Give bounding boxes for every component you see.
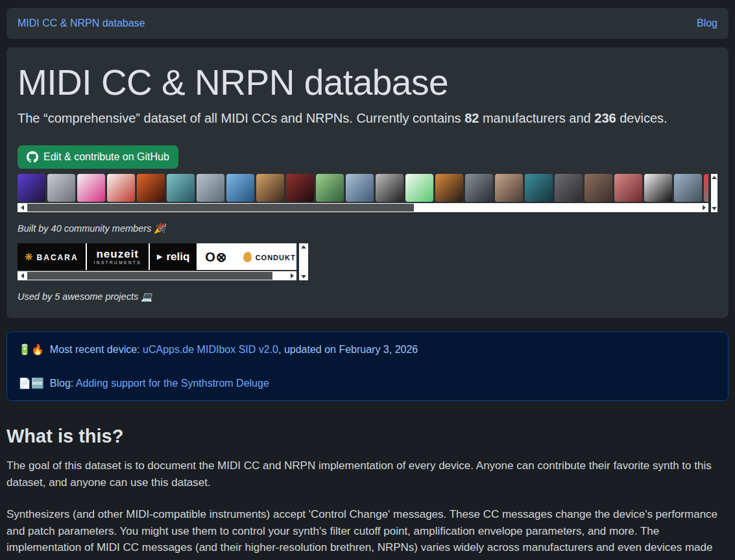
hero-card: MIDI CC & NRPN database The “comprehensi… (6, 47, 729, 318)
navbar-brand-link[interactable]: MIDI CC & NRPN database (18, 18, 145, 29)
hero-subtitle: The “comprehensive” dataset of all MIDI … (18, 111, 717, 126)
github-button-label: Edit & contribute on GitHub (43, 151, 169, 163)
contributor-avatar[interactable] (167, 174, 195, 202)
contributor-avatar[interactable] (674, 174, 702, 202)
project-logo-reliq[interactable]: ▶reliq (150, 243, 197, 270)
projects-horizontal-scrollbar[interactable] (18, 271, 296, 280)
page-new-icon: 📄🆕 (18, 378, 44, 389)
hero-subtitle-text-3: devices. (616, 111, 668, 125)
contributor-avatar[interactable] (584, 174, 612, 202)
projects-scrollbar-thumb[interactable] (27, 272, 272, 280)
page-title: MIDI CC & NRPN database (18, 62, 717, 103)
contributor-avatar[interactable] (256, 174, 284, 202)
contributor-avatar[interactable] (405, 174, 433, 202)
neuzeit-logo-text: neuzeit (96, 249, 139, 261)
contributors-scroller (18, 174, 717, 212)
scroll-down-arrow-icon[interactable] (301, 275, 306, 278)
contributor-avatar[interactable] (495, 174, 523, 202)
contributor-avatar[interactable] (465, 174, 493, 202)
devices-count: 236 (594, 111, 616, 125)
most-recent-device-line: 🔋🔥 Most recent device: uCApps.de MIDIbox… (18, 343, 717, 356)
contributor-avatar[interactable] (18, 174, 45, 202)
contributor-avatar[interactable] (77, 174, 105, 202)
what-is-this-paragraph-1: The goal of this dataset is to document … (6, 457, 727, 491)
bacara-logo-icon: ❋ (25, 252, 33, 262)
project-logo-neuzeit[interactable]: neuzeitINSTRUMENTS (87, 243, 149, 270)
main-content: What is this? The goal of this dataset i… (6, 426, 729, 560)
contributor-avatar[interactable] (286, 174, 314, 202)
reliq-logo-text: reliq (166, 250, 189, 263)
navbar: MIDI CC & NRPN database Blog (6, 8, 729, 39)
most-recent-device-date: , updated on February 3, 2026 (278, 344, 418, 355)
scroll-up-arrow-icon[interactable] (301, 245, 306, 249)
scroll-right-arrow-icon[interactable] (699, 203, 708, 212)
contributor-avatar[interactable] (376, 174, 404, 202)
navbar-blog-link[interactable]: Blog (697, 18, 717, 29)
contributor-avatar[interactable] (435, 174, 463, 202)
ox-logo-text: O⊗ (205, 250, 227, 264)
avatars-scrollbar-thumb[interactable] (27, 204, 414, 212)
most-recent-device-link[interactable]: uCApps.de MIDIbox SID v2.0 (143, 344, 278, 355)
contributor-avatar[interactable] (47, 174, 75, 202)
contributor-avatar[interactable] (226, 174, 254, 202)
most-recent-device-label: Most recent device: (50, 344, 143, 355)
manufacturers-count: 82 (464, 111, 479, 125)
blog-label: Blog: (50, 378, 76, 389)
contributor-avatar[interactable] (316, 174, 344, 202)
scroll-down-arrow-icon[interactable] (712, 207, 717, 210)
bacara-logo-text: BACARA (37, 253, 78, 262)
reliq-logo-icon: ▶ (157, 253, 162, 260)
scroll-left-arrow-icon[interactable] (18, 203, 27, 212)
hero-subtitle-text-1: The “comprehensive” dataset of all MIDI … (18, 111, 464, 125)
contributor-avatar[interactable] (107, 174, 135, 202)
github-icon (27, 151, 38, 163)
contributor-avatar[interactable] (346, 174, 374, 202)
condukt-logo-text: CONDUKT (256, 254, 296, 262)
contributor-avatar[interactable] (644, 174, 672, 202)
avatars-vertical-scrollbar[interactable] (711, 174, 717, 212)
neuzeit-logo-subtext: INSTRUMENTS (94, 260, 141, 265)
scroll-right-arrow-icon[interactable] (287, 271, 296, 280)
logo-row: ❋BACARAneuzeitINSTRUMENTS▶reliqO⊗CONDUKT (18, 243, 296, 270)
what-is-this-heading: What is this? (6, 426, 729, 447)
news-alert: 🔋🔥 Most recent device: uCApps.de MIDIbox… (6, 332, 729, 401)
avatars-horizontal-scrollbar[interactable] (18, 203, 708, 212)
page: MIDI CC & NRPN database Blog MIDI CC & N… (0, 0, 735, 560)
condukt-hand-icon (243, 252, 252, 262)
contributor-avatar[interactable] (614, 174, 642, 202)
contributor-avatar[interactable] (704, 174, 708, 202)
projects-vertical-scrollbar[interactable] (299, 243, 308, 280)
scroll-up-arrow-icon[interactable] (712, 176, 717, 179)
contributor-avatar[interactable] (197, 174, 224, 202)
contributor-avatar[interactable] (555, 174, 583, 202)
battery-fire-icon: 🔋🔥 (18, 344, 44, 355)
hero-subtitle-text-2: manufacturers and (479, 111, 594, 125)
project-logo-condukt[interactable]: CONDUKT (236, 243, 296, 270)
blog-post-link[interactable]: Adding support for the Synthstrom Deluge (76, 378, 269, 389)
scroll-left-arrow-icon[interactable] (18, 271, 27, 280)
project-logo-bacara[interactable]: ❋BACARA (18, 243, 86, 270)
contributor-avatar[interactable] (137, 174, 165, 202)
built-by-note: Built by 40 community members 🎉 (18, 223, 717, 234)
what-is-this-paragraph-2: Synthesizers (and other MIDI-compatible … (6, 506, 727, 560)
avatar-row (18, 174, 708, 202)
used-by-note: Used by 5 awesome projects 💻 (18, 291, 717, 302)
project-logo-ox[interactable]: O⊗ (198, 243, 234, 270)
projects-scroller: ❋BACARAneuzeitINSTRUMENTS▶reliqO⊗CONDUKT (18, 243, 717, 280)
contributor-avatar[interactable] (525, 174, 553, 202)
blog-post-line: 📄🆕 Blog: Adding support for the Synthstr… (18, 377, 717, 389)
github-contribute-button[interactable]: Edit & contribute on GitHub (18, 145, 178, 169)
